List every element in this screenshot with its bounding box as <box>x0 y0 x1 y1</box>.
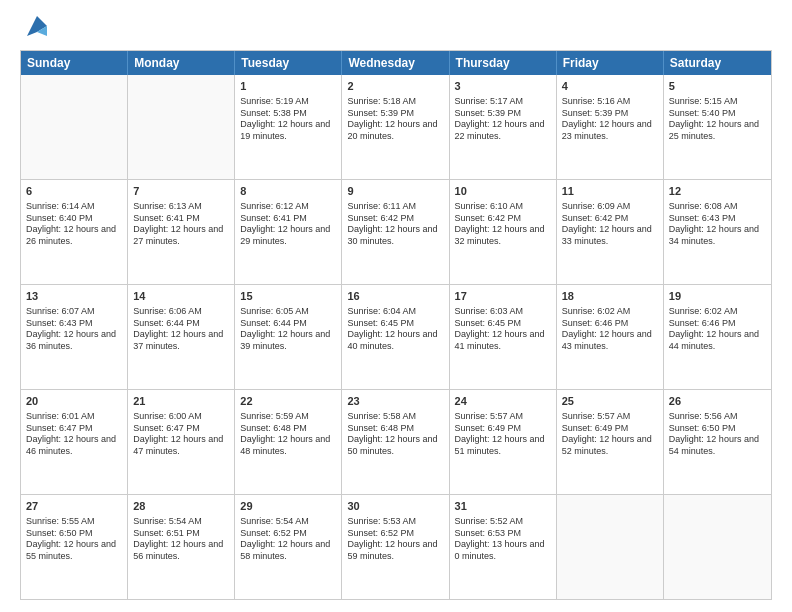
logo <box>20 16 51 40</box>
cell-info: Sunrise: 6:11 AM Sunset: 6:42 PM Dayligh… <box>347 201 443 248</box>
calendar-cell: 30Sunrise: 5:53 AM Sunset: 6:52 PM Dayli… <box>342 495 449 599</box>
cell-info: Sunrise: 5:59 AM Sunset: 6:48 PM Dayligh… <box>240 411 336 458</box>
day-number: 22 <box>240 394 336 409</box>
calendar-cell: 14Sunrise: 6:06 AM Sunset: 6:44 PM Dayli… <box>128 285 235 389</box>
calendar-cell: 1Sunrise: 5:19 AM Sunset: 5:38 PM Daylig… <box>235 75 342 179</box>
day-number: 9 <box>347 184 443 199</box>
day-number: 20 <box>26 394 122 409</box>
day-number: 23 <box>347 394 443 409</box>
day-number: 1 <box>240 79 336 94</box>
calendar-cell: 23Sunrise: 5:58 AM Sunset: 6:48 PM Dayli… <box>342 390 449 494</box>
cell-info: Sunrise: 5:17 AM Sunset: 5:39 PM Dayligh… <box>455 96 551 143</box>
calendar: SundayMondayTuesdayWednesdayThursdayFrid… <box>20 50 772 600</box>
calendar-cell: 21Sunrise: 6:00 AM Sunset: 6:47 PM Dayli… <box>128 390 235 494</box>
calendar-cell: 4Sunrise: 5:16 AM Sunset: 5:39 PM Daylig… <box>557 75 664 179</box>
calendar-cell <box>128 75 235 179</box>
calendar-cell: 27Sunrise: 5:55 AM Sunset: 6:50 PM Dayli… <box>21 495 128 599</box>
calendar-cell: 29Sunrise: 5:54 AM Sunset: 6:52 PM Dayli… <box>235 495 342 599</box>
cell-info: Sunrise: 5:57 AM Sunset: 6:49 PM Dayligh… <box>562 411 658 458</box>
calendar-cell: 28Sunrise: 5:54 AM Sunset: 6:51 PM Dayli… <box>128 495 235 599</box>
calendar-cell <box>21 75 128 179</box>
cell-info: Sunrise: 5:52 AM Sunset: 6:53 PM Dayligh… <box>455 516 551 563</box>
day-number: 17 <box>455 289 551 304</box>
calendar-header: SundayMondayTuesdayWednesdayThursdayFrid… <box>21 51 771 75</box>
day-number: 15 <box>240 289 336 304</box>
calendar-cell: 12Sunrise: 6:08 AM Sunset: 6:43 PM Dayli… <box>664 180 771 284</box>
calendar-row: 20Sunrise: 6:01 AM Sunset: 6:47 PM Dayli… <box>21 389 771 494</box>
calendar-cell: 19Sunrise: 6:02 AM Sunset: 6:46 PM Dayli… <box>664 285 771 389</box>
calendar-cell: 26Sunrise: 5:56 AM Sunset: 6:50 PM Dayli… <box>664 390 771 494</box>
cell-info: Sunrise: 5:15 AM Sunset: 5:40 PM Dayligh… <box>669 96 766 143</box>
day-number: 21 <box>133 394 229 409</box>
calendar-cell <box>557 495 664 599</box>
day-number: 3 <box>455 79 551 94</box>
day-number: 14 <box>133 289 229 304</box>
calendar-cell: 20Sunrise: 6:01 AM Sunset: 6:47 PM Dayli… <box>21 390 128 494</box>
cell-info: Sunrise: 6:03 AM Sunset: 6:45 PM Dayligh… <box>455 306 551 353</box>
calendar-row: 6Sunrise: 6:14 AM Sunset: 6:40 PM Daylig… <box>21 179 771 284</box>
calendar-row: 13Sunrise: 6:07 AM Sunset: 6:43 PM Dayli… <box>21 284 771 389</box>
header-day: Wednesday <box>342 51 449 75</box>
day-number: 5 <box>669 79 766 94</box>
calendar-cell: 2Sunrise: 5:18 AM Sunset: 5:39 PM Daylig… <box>342 75 449 179</box>
cell-info: Sunrise: 5:58 AM Sunset: 6:48 PM Dayligh… <box>347 411 443 458</box>
calendar-cell: 22Sunrise: 5:59 AM Sunset: 6:48 PM Dayli… <box>235 390 342 494</box>
cell-info: Sunrise: 5:16 AM Sunset: 5:39 PM Dayligh… <box>562 96 658 143</box>
day-number: 26 <box>669 394 766 409</box>
calendar-cell: 13Sunrise: 6:07 AM Sunset: 6:43 PM Dayli… <box>21 285 128 389</box>
calendar-body: 1Sunrise: 5:19 AM Sunset: 5:38 PM Daylig… <box>21 75 771 599</box>
calendar-cell: 7Sunrise: 6:13 AM Sunset: 6:41 PM Daylig… <box>128 180 235 284</box>
calendar-cell: 24Sunrise: 5:57 AM Sunset: 6:49 PM Dayli… <box>450 390 557 494</box>
day-number: 30 <box>347 499 443 514</box>
calendar-cell: 6Sunrise: 6:14 AM Sunset: 6:40 PM Daylig… <box>21 180 128 284</box>
calendar-cell: 17Sunrise: 6:03 AM Sunset: 6:45 PM Dayli… <box>450 285 557 389</box>
logo-icon <box>23 12 51 40</box>
day-number: 6 <box>26 184 122 199</box>
calendar-row: 27Sunrise: 5:55 AM Sunset: 6:50 PM Dayli… <box>21 494 771 599</box>
calendar-cell <box>664 495 771 599</box>
header-day: Friday <box>557 51 664 75</box>
cell-info: Sunrise: 5:57 AM Sunset: 6:49 PM Dayligh… <box>455 411 551 458</box>
cell-info: Sunrise: 6:05 AM Sunset: 6:44 PM Dayligh… <box>240 306 336 353</box>
cell-info: Sunrise: 6:01 AM Sunset: 6:47 PM Dayligh… <box>26 411 122 458</box>
cell-info: Sunrise: 6:14 AM Sunset: 6:40 PM Dayligh… <box>26 201 122 248</box>
day-number: 18 <box>562 289 658 304</box>
calendar-cell: 18Sunrise: 6:02 AM Sunset: 6:46 PM Dayli… <box>557 285 664 389</box>
cell-info: Sunrise: 6:12 AM Sunset: 6:41 PM Dayligh… <box>240 201 336 248</box>
day-number: 11 <box>562 184 658 199</box>
day-number: 25 <box>562 394 658 409</box>
calendar-cell: 5Sunrise: 5:15 AM Sunset: 5:40 PM Daylig… <box>664 75 771 179</box>
cell-info: Sunrise: 6:02 AM Sunset: 6:46 PM Dayligh… <box>562 306 658 353</box>
day-number: 7 <box>133 184 229 199</box>
day-number: 28 <box>133 499 229 514</box>
page: SundayMondayTuesdayWednesdayThursdayFrid… <box>0 0 792 612</box>
cell-info: Sunrise: 5:54 AM Sunset: 6:52 PM Dayligh… <box>240 516 336 563</box>
cell-info: Sunrise: 5:54 AM Sunset: 6:51 PM Dayligh… <box>133 516 229 563</box>
calendar-row: 1Sunrise: 5:19 AM Sunset: 5:38 PM Daylig… <box>21 75 771 179</box>
cell-info: Sunrise: 6:10 AM Sunset: 6:42 PM Dayligh… <box>455 201 551 248</box>
calendar-cell: 8Sunrise: 6:12 AM Sunset: 6:41 PM Daylig… <box>235 180 342 284</box>
cell-info: Sunrise: 6:00 AM Sunset: 6:47 PM Dayligh… <box>133 411 229 458</box>
header-day: Thursday <box>450 51 557 75</box>
cell-info: Sunrise: 6:02 AM Sunset: 6:46 PM Dayligh… <box>669 306 766 353</box>
header-day: Sunday <box>21 51 128 75</box>
day-number: 24 <box>455 394 551 409</box>
calendar-cell: 3Sunrise: 5:17 AM Sunset: 5:39 PM Daylig… <box>450 75 557 179</box>
day-number: 31 <box>455 499 551 514</box>
day-number: 19 <box>669 289 766 304</box>
header-day: Tuesday <box>235 51 342 75</box>
day-number: 8 <box>240 184 336 199</box>
header <box>20 16 772 40</box>
day-number: 12 <box>669 184 766 199</box>
cell-info: Sunrise: 6:13 AM Sunset: 6:41 PM Dayligh… <box>133 201 229 248</box>
header-day: Saturday <box>664 51 771 75</box>
cell-info: Sunrise: 5:18 AM Sunset: 5:39 PM Dayligh… <box>347 96 443 143</box>
day-number: 4 <box>562 79 658 94</box>
day-number: 29 <box>240 499 336 514</box>
calendar-cell: 15Sunrise: 6:05 AM Sunset: 6:44 PM Dayli… <box>235 285 342 389</box>
cell-info: Sunrise: 6:06 AM Sunset: 6:44 PM Dayligh… <box>133 306 229 353</box>
day-number: 2 <box>347 79 443 94</box>
day-number: 10 <box>455 184 551 199</box>
header-day: Monday <box>128 51 235 75</box>
day-number: 27 <box>26 499 122 514</box>
